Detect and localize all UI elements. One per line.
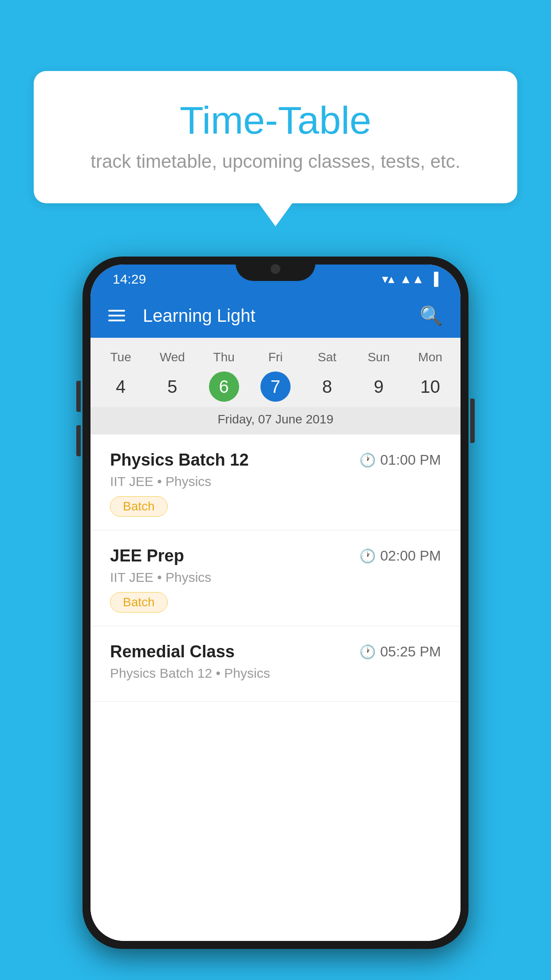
bubble-subtitle: track timetable, upcoming classes, tests… — [69, 151, 482, 172]
power-button — [470, 399, 475, 443]
phone-screen: 14:29 ▾▴ ▲▲ ▐ Learning Light 🔍 — [91, 265, 460, 941]
day-labels: Tue Wed Thu Fri Sat Sun Mon — [91, 347, 460, 368]
item-3-title: Remedial Class — [110, 642, 235, 661]
item-3-sub: Physics Batch 12 • Physics — [110, 666, 441, 681]
item-1-header: Physics Batch 12 🕐 01:00 PM — [110, 450, 441, 470]
day-6-today[interactable]: 6 — [209, 371, 239, 402]
calendar-week: Tue Wed Thu Fri Sat Sun Mon 4 5 6 7 8 9 … — [91, 338, 460, 435]
day-label-tue: Tue — [95, 347, 146, 368]
clock-icon-1: 🕐 — [359, 452, 376, 468]
volume-up-button — [76, 381, 81, 412]
app-bar: Learning Light 🔍 — [91, 293, 460, 338]
item-2-sub: IIT JEE • Physics — [110, 570, 441, 585]
item-3-time: 🕐 05:25 PM — [359, 644, 441, 660]
day-9[interactable]: 9 — [353, 371, 404, 402]
camera — [271, 264, 280, 274]
item-1-sub: IIT JEE • Physics — [110, 474, 441, 489]
day-label-mon: Mon — [405, 347, 456, 368]
item-1-time-text: 01:00 PM — [380, 452, 441, 468]
status-icons: ▾▴ ▲▲ ▐ — [382, 272, 438, 286]
day-label-fri: Fri — [250, 347, 301, 368]
speech-bubble-card: Time-Table track timetable, upcoming cla… — [34, 71, 517, 203]
day-5[interactable]: 5 — [146, 371, 198, 402]
wifi-icon: ▾▴ — [382, 272, 394, 286]
clock-icon-2: 🕐 — [359, 548, 376, 564]
schedule-list: Physics Batch 12 🕐 01:00 PM IIT JEE • Ph… — [91, 435, 460, 941]
day-label-sun: Sun — [353, 347, 404, 368]
day-10[interactable]: 10 — [405, 371, 456, 402]
volume-down-button — [76, 425, 81, 456]
day-label-thu: Thu — [198, 347, 250, 368]
day-label-wed: Wed — [146, 347, 198, 368]
item-2-header: JEE Prep 🕐 02:00 PM — [110, 546, 441, 565]
day-numbers: 4 5 6 7 8 9 10 — [91, 368, 460, 407]
search-icon[interactable]: 🔍 — [420, 305, 443, 327]
signal-icon: ▲▲ — [400, 272, 424, 286]
day-label-sat: Sat — [301, 347, 353, 368]
item-1-title: Physics Batch 12 — [110, 450, 249, 470]
day-7-selected[interactable]: 7 — [260, 371, 291, 402]
day-8[interactable]: 8 — [301, 371, 353, 402]
app-title: Learning Light — [143, 306, 420, 326]
item-3-header: Remedial Class 🕐 05:25 PM — [110, 642, 441, 661]
schedule-item-3[interactable]: Remedial Class 🕐 05:25 PM Physics Batch … — [91, 626, 460, 702]
item-2-time-text: 02:00 PM — [380, 548, 441, 564]
status-time: 14:29 — [113, 272, 146, 287]
hamburger-menu-icon[interactable] — [108, 310, 125, 321]
battery-icon: ▐ — [429, 272, 438, 286]
phone-notch — [236, 257, 315, 281]
item-3-time-text: 05:25 PM — [380, 644, 441, 660]
item-2-title: JEE Prep — [110, 546, 184, 565]
item-2-batch-tag: Batch — [110, 592, 168, 612]
clock-icon-3: 🕐 — [359, 644, 376, 660]
schedule-item-1[interactable]: Physics Batch 12 🕐 01:00 PM IIT JEE • Ph… — [91, 435, 460, 530]
phone-frame: 14:29 ▾▴ ▲▲ ▐ Learning Light 🔍 — [83, 257, 468, 949]
schedule-item-2[interactable]: JEE Prep 🕐 02:00 PM IIT JEE • Physics Ba… — [91, 530, 460, 626]
selected-date-label: Friday, 07 June 2019 — [91, 407, 460, 435]
day-4[interactable]: 4 — [95, 371, 146, 402]
phone-mockup: 14:29 ▾▴ ▲▲ ▐ Learning Light 🔍 — [43, 257, 508, 949]
item-1-batch-tag: Batch — [110, 496, 168, 517]
bubble-title: Time-Table — [69, 98, 482, 143]
item-1-time: 🕐 01:00 PM — [359, 452, 441, 468]
item-2-time: 🕐 02:00 PM — [359, 548, 441, 564]
